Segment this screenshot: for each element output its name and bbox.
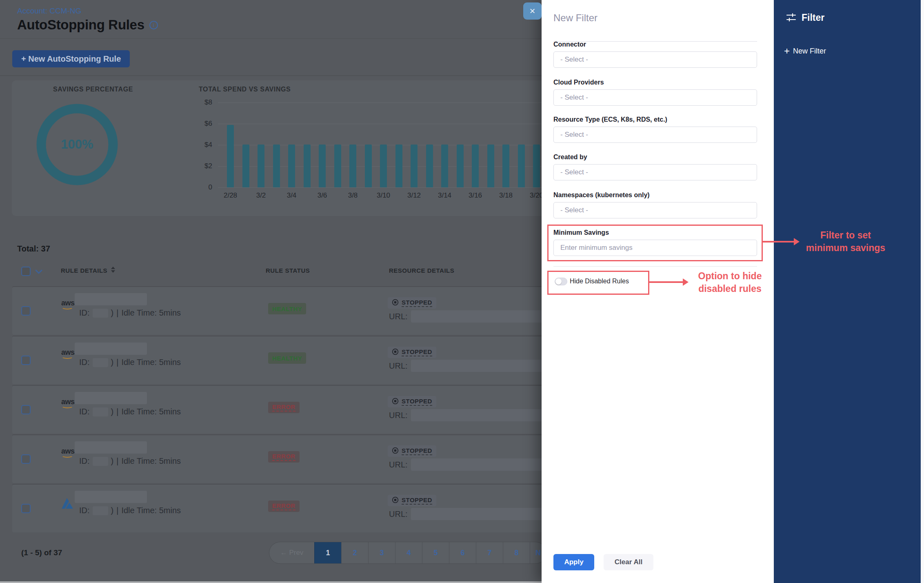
rule-id-line: ID:)|Idle Time: 5mins bbox=[79, 308, 181, 318]
id-label: ID: bbox=[79, 358, 90, 367]
resource-state-text: STOPPED bbox=[402, 348, 432, 356]
x-axis-tick-label: 3/18 bbox=[493, 191, 519, 200]
y-axis-tick-label: $4 bbox=[192, 141, 212, 149]
pagination-page-8[interactable]: 8 bbox=[503, 542, 530, 563]
pagination: ← Prev12345678N bbox=[269, 542, 546, 563]
resource-state-text: STOPPED bbox=[402, 496, 432, 505]
rule-name-redacted bbox=[75, 392, 147, 404]
stopped-icon bbox=[392, 496, 399, 505]
url-redacted bbox=[411, 409, 550, 421]
resource-state-chip[interactable]: STOPPED bbox=[388, 445, 436, 457]
pagination-range-label: (1 - 5) of 37 bbox=[21, 548, 62, 557]
bar bbox=[273, 145, 280, 187]
rule-status-badge: HEALTHY bbox=[268, 352, 306, 364]
x-axis-tick-label: 3/6 bbox=[309, 191, 335, 200]
rule-id-redacted bbox=[93, 358, 108, 367]
bar bbox=[288, 145, 295, 187]
idle-time-label: Idle Time: 5mins bbox=[121, 456, 181, 466]
bar bbox=[426, 145, 433, 187]
url-redacted bbox=[411, 458, 550, 471]
x-axis-tick-label: 3/12 bbox=[401, 191, 427, 200]
clear-all-button[interactable]: Clear All bbox=[604, 554, 653, 570]
savings-donut-chart: 100% bbox=[34, 102, 120, 187]
column-header-resource-details: RESOURCE DETAILS bbox=[389, 267, 454, 274]
annotation-line: minimum savings bbox=[797, 242, 895, 254]
id-label: ID: bbox=[79, 308, 90, 318]
select-created-by[interactable]: - Select - bbox=[553, 164, 757, 180]
filter-panel-title: Filter bbox=[802, 12, 824, 23]
pagination-page-2[interactable]: 2 bbox=[341, 542, 368, 563]
bar bbox=[395, 145, 402, 187]
breadcrumb-account-link[interactable]: Account: CCM-NG bbox=[17, 7, 81, 16]
id-suffix: ) bbox=[111, 308, 114, 318]
pagination-page-1[interactable]: 1 bbox=[314, 542, 341, 563]
id-suffix: ) bbox=[111, 456, 114, 466]
rule-status-badge[interactable]: ERROR bbox=[268, 501, 300, 512]
bar bbox=[533, 145, 540, 187]
stopped-icon bbox=[392, 398, 399, 406]
rule-status-text: ERROR bbox=[272, 403, 295, 412]
resource-url-line: URL: bbox=[389, 360, 550, 372]
url-label: URL: bbox=[389, 411, 408, 420]
pagination-page-3[interactable]: 3 bbox=[368, 542, 395, 563]
row-checkbox[interactable] bbox=[21, 405, 31, 414]
apply-button[interactable]: Apply bbox=[553, 554, 594, 570]
id-label: ID: bbox=[79, 506, 90, 515]
drawer-section-divider bbox=[553, 266, 757, 267]
y-axis-tick-label: $2 bbox=[192, 162, 212, 170]
pagination-page-5[interactable]: 5 bbox=[422, 542, 449, 563]
x-axis-tick-label: 3/10 bbox=[371, 191, 397, 200]
sort-icon[interactable] bbox=[111, 267, 115, 273]
pagination-page-7[interactable]: 7 bbox=[476, 542, 503, 563]
resource-state-chip[interactable]: STOPPED bbox=[388, 347, 436, 358]
resource-state-chip[interactable]: STOPPED bbox=[388, 297, 436, 309]
row-checkbox[interactable] bbox=[21, 504, 31, 513]
resource-state-chip[interactable]: STOPPED bbox=[388, 396, 436, 407]
separator: | bbox=[116, 506, 118, 515]
resource-url-line: URL: bbox=[389, 310, 550, 323]
rule-status-badge[interactable]: ERROR bbox=[268, 451, 300, 463]
url-label: URL: bbox=[389, 460, 408, 470]
x-axis-tick-label: 3/8 bbox=[340, 191, 366, 200]
scrollbar-track[interactable] bbox=[921, 0, 924, 583]
field-label-resource-type-ecs-k8s-rds-etc-: Resource Type (ECS, K8s, RDS, etc.) bbox=[553, 116, 667, 123]
rule-id-line: ID:)|Idle Time: 5mins bbox=[79, 407, 181, 416]
idle-time-label: Idle Time: 5mins bbox=[121, 308, 181, 318]
select-all-checkbox[interactable] bbox=[21, 267, 31, 276]
new-filter-label: New Filter bbox=[793, 47, 826, 56]
annotation-arrow-minimum-savings bbox=[763, 241, 795, 243]
resource-state-chip[interactable]: STOPPED bbox=[388, 495, 436, 506]
info-icon[interactable]: i bbox=[149, 21, 158, 29]
resource-state-text: STOPPED bbox=[402, 299, 432, 307]
id-label: ID: bbox=[79, 407, 90, 416]
new-autostopping-rule-button[interactable]: + New AutoStopping Rule bbox=[12, 50, 130, 67]
pagination-prev-button[interactable]: ← Prev bbox=[269, 542, 314, 563]
close-drawer-button[interactable]: × bbox=[523, 2, 542, 20]
rule-id-redacted bbox=[93, 457, 108, 466]
row-checkbox[interactable] bbox=[21, 356, 31, 365]
plus-icon: + bbox=[784, 46, 790, 56]
select-resource-type-ecs-k8s-rds-etc-[interactable]: - Select - bbox=[553, 127, 757, 143]
select-namespaces-kubernetes-only-[interactable]: - Select - bbox=[553, 202, 757, 218]
bar bbox=[518, 145, 525, 187]
bar bbox=[411, 145, 418, 187]
column-header-rule-status: RULE STATUS bbox=[266, 267, 310, 274]
idle-time-label: Idle Time: 5mins bbox=[121, 358, 181, 367]
annotation-line: Filter to set bbox=[797, 229, 895, 242]
pagination-page-4[interactable]: 4 bbox=[395, 542, 422, 563]
chevron-down-icon[interactable] bbox=[35, 269, 42, 274]
bar bbox=[380, 145, 387, 187]
rule-status-badge[interactable]: ERROR bbox=[268, 402, 300, 413]
bar bbox=[242, 145, 249, 187]
stopped-icon bbox=[392, 348, 399, 357]
pagination-page-6[interactable]: 6 bbox=[449, 542, 476, 563]
new-filter-button[interactable]: + New Filter bbox=[784, 46, 826, 56]
bar bbox=[349, 145, 356, 187]
select-cloud-providers[interactable]: - Select - bbox=[553, 89, 757, 106]
row-checkbox[interactable] bbox=[21, 306, 31, 316]
row-checkbox[interactable] bbox=[21, 454, 31, 464]
separator: | bbox=[116, 308, 118, 318]
resource-state-text: STOPPED bbox=[402, 447, 432, 455]
url-label: URL: bbox=[389, 312, 408, 321]
select-connector[interactable]: - Select - bbox=[553, 51, 757, 68]
